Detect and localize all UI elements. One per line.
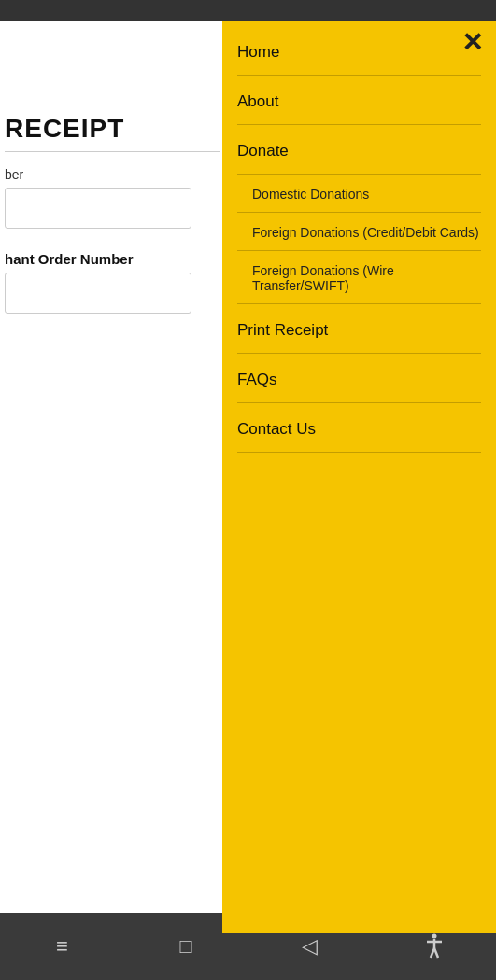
field2-input[interactable] — [5, 273, 191, 314]
nav-item-home[interactable]: Home — [237, 32, 481, 76]
nav-subitem-foreign-wire[interactable]: Foreign Donations (Wire Transfer/SWIFT) — [237, 251, 481, 304]
svg-line-4 — [434, 948, 438, 958]
close-button[interactable]: ✕ — [461, 30, 483, 56]
field1-input[interactable] — [5, 188, 191, 229]
svg-point-0 — [432, 934, 436, 939]
nav-subitem-foreign-credit[interactable]: Foreign Donations (Credit/Debit Cards) — [237, 213, 481, 251]
home-square-icon[interactable]: □ — [163, 923, 209, 970]
nav-item-contact[interactable]: Contact Us — [237, 403, 481, 453]
menu-icon[interactable]: ≡ — [38, 923, 85, 970]
field1-label: ber — [5, 167, 220, 182]
nav-item-print-receipt[interactable]: Print Receipt — [237, 304, 481, 354]
nav-item-faqs[interactable]: FAQs — [237, 354, 481, 403]
field2-label: hant Order Number — [5, 251, 220, 267]
side-drawer: ✕ Home About Donate Domestic Donations F… — [222, 21, 496, 933]
nav-subitem-domestic[interactable]: Domestic Donations — [237, 175, 481, 213]
nav-item-donate[interactable]: Donate — [237, 125, 481, 175]
title-divider — [5, 151, 220, 152]
main-content: RECEIPT ber hant Order Number — [0, 21, 234, 933]
nav-list: Home About Donate Domestic Donations For… — [222, 32, 496, 453]
nav-item-about[interactable]: About — [237, 76, 481, 125]
status-bar — [0, 0, 496, 21]
page-title: RECEIPT — [5, 114, 220, 144]
